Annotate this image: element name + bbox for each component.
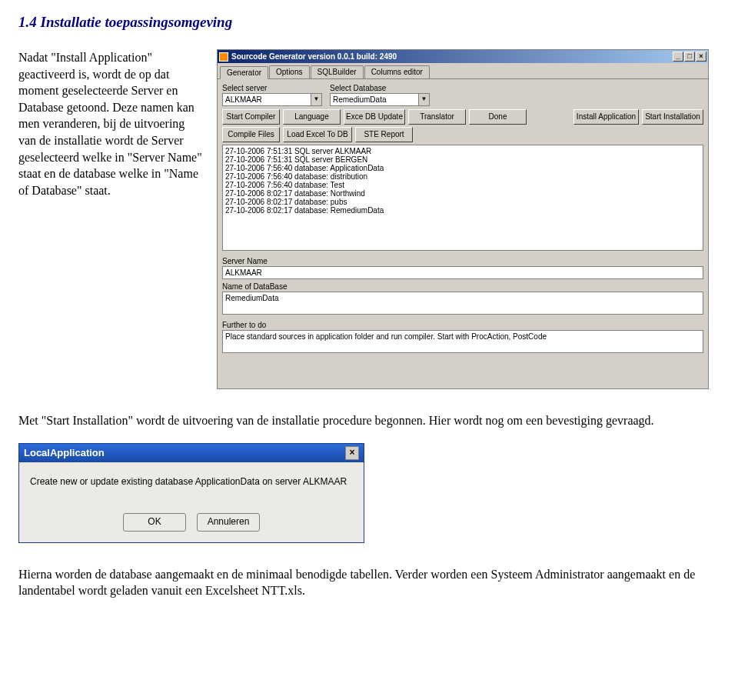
start-compiler-button[interactable]: Start Compiler [222, 109, 280, 125]
server-name-input[interactable]: ALKMAAR [222, 266, 703, 279]
log-line: 27-10-2006 7:56:40 database: Application… [225, 164, 700, 172]
intro-p1: Nadat "Install Application" geactiveerd … [18, 49, 203, 198]
chevron-down-icon[interactable]: ▼ [311, 94, 321, 105]
app-icon [219, 52, 228, 62]
app-titlebar: Sourcode Generator version 0.0.1 build: … [218, 50, 708, 63]
server-combo-value: ALKMAAR [223, 95, 311, 104]
install-application-button[interactable]: Install Application [573, 109, 639, 125]
log-line: 27-10-2006 7:56:40 database: Test [225, 181, 700, 189]
tab-columns-editor[interactable]: Columns editor [364, 65, 430, 78]
server-combo[interactable]: ALKMAAR ▼ [222, 93, 322, 106]
intro-paragraph: Nadat "Install Application" geactiveerd … [18, 49, 203, 209]
database-name-label: Name of DataBase [222, 282, 703, 291]
database-name-input[interactable]: RemediumData [222, 292, 703, 315]
compile-files-button[interactable]: Compile Files [222, 127, 280, 142]
ok-button[interactable]: OK [123, 513, 186, 532]
close-button[interactable]: × [696, 52, 706, 62]
log-line: 27-10-2006 8:02:17 database: RemediumDat… [225, 206, 700, 215]
log-line: 27-10-2006 8:02:17 database: pubs [225, 198, 700, 206]
server-name-label: Server Name [222, 257, 703, 265]
select-database-label: Select Database [330, 84, 430, 92]
maximize-button[interactable]: □ [684, 52, 695, 62]
log-area: 27-10-2006 7:51:31 SQL server ALKMAAR 27… [222, 145, 703, 251]
tab-options[interactable]: Options [269, 65, 309, 78]
log-line: 27-10-2006 8:02:17 database: Northwind [225, 189, 700, 198]
cancel-button[interactable]: Annuleren [197, 513, 260, 532]
language-button[interactable]: Language [283, 109, 341, 125]
tab-generator[interactable]: Generator [220, 66, 268, 79]
dialog-close-button[interactable]: × [345, 446, 359, 460]
log-line: 27-10-2006 7:51:31 SQL server ALKMAAR [225, 147, 700, 155]
log-line: 27-10-2006 7:51:31 SQL server BERGEN [225, 155, 700, 164]
load-excel-to-db-button[interactable]: Load Excel To DB [283, 127, 352, 142]
tab-sqlbuilder[interactable]: SQLBuilder [311, 65, 364, 78]
minimize-button[interactable]: _ [673, 52, 683, 62]
app-window: Sourcode Generator version 0.0.1 build: … [217, 49, 709, 389]
ste-report-button[interactable]: STE Report [355, 127, 413, 142]
chevron-down-icon[interactable]: ▼ [418, 94, 429, 105]
end-paragraph: Hierna worden de database aangemaakt en … [18, 566, 720, 599]
dialog-titlebar: LocalApplication × [19, 444, 364, 462]
database-combo[interactable]: RemediumData ▼ [330, 93, 430, 106]
dialog-title: LocalApplication [24, 447, 105, 458]
app-title: Sourcode Generator version 0.0.1 build: … [231, 52, 673, 61]
select-server-label: Select server [222, 84, 322, 92]
done-button[interactable]: Done [469, 109, 527, 125]
translator-button[interactable]: Translator [408, 109, 466, 125]
further-to-do-input[interactable]: Place standard sources in application fo… [222, 330, 703, 353]
mid-paragraph: Met "Start Installation" wordt de uitvoe… [18, 412, 720, 429]
database-combo-value: RemediumData [331, 95, 418, 104]
confirm-dialog: LocalApplication × Create new or update … [18, 443, 364, 543]
start-installation-button[interactable]: Start Installation [642, 109, 703, 125]
exce-db-update-button[interactable]: Exce DB Update [344, 109, 405, 125]
tabstrip: Generator Options SQLBuilder Columns edi… [218, 63, 708, 79]
section-heading: 1.4 Installatie toepassingsomgeving [18, 14, 720, 31]
log-line: 27-10-2006 7:56:40 database: distributio… [225, 172, 700, 181]
dialog-message: Create new or update existing database A… [30, 476, 353, 487]
further-to-do-label: Further to do [222, 321, 703, 329]
